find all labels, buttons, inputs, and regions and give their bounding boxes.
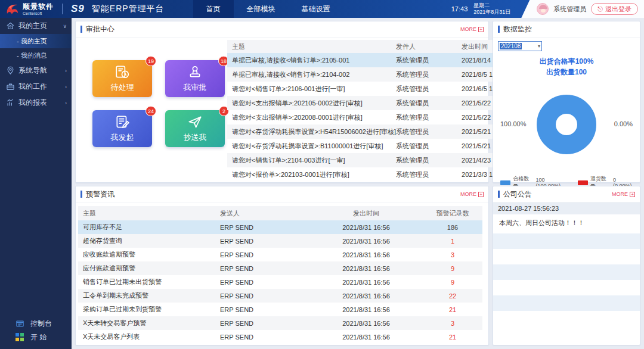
approval-row[interactable]: 单据已审核,请接收<销售订单>:2104-002 系统管理员 2021/8/5 … <box>227 67 526 82</box>
sidebar-item-label: 系统导航 <box>18 66 47 76</box>
alert-row[interactable]: X天未交易客户列表 ERP SEND 2021/8/31 16:56 21 <box>78 330 482 344</box>
alert-row[interactable]: 超储存货查询 ERP SEND 2021/8/31 16:56 1 <box>78 234 482 248</box>
row-count: 9 <box>423 265 482 272</box>
pending-badge: 19 <box>145 56 156 66</box>
approval-row[interactable]: 请您对<销售订单>:2104-003进行[一审] 系统管理员 2021/4/23… <box>227 153 526 167</box>
empty-stripe <box>493 280 640 295</box>
row-sender: 系统管理员 <box>396 56 462 65</box>
row-sender: ERP SEND <box>220 292 309 300</box>
start-label: 开 始 <box>30 332 47 342</box>
empty-stripe <box>493 249 640 264</box>
brand-name: 顺景软件 <box>23 3 54 10</box>
legend-swatch <box>578 180 588 185</box>
logout-button[interactable]: ⎋ 退出登录 <box>591 3 638 15</box>
console-button[interactable]: 控制台 <box>0 317 72 331</box>
sidebar-item-system-nav[interactable]: 系统导航 › <box>0 63 72 79</box>
row-sender: 系统管理员 <box>396 70 462 79</box>
sidebar-subitem-my-messages[interactable]: - 我的消息 <box>0 48 72 63</box>
product-name: 智能ERP管理平台 <box>92 4 165 14</box>
approval-row[interactable]: 单据已审核,请接收<销售订单>:2105-001 系统管理员 2021/8/14… <box>227 53 526 67</box>
empty-stripe <box>493 295 640 311</box>
top-nav: 首页全部模块基础设置 <box>193 0 343 18</box>
tile-label: 我发起 <box>111 132 134 143</box>
title-accent <box>498 191 500 198</box>
row-subject: 工令单到期未完成预警 <box>78 291 220 300</box>
row-subject: X天未交易客户列表 <box>78 332 220 341</box>
tile-cc-to-me[interactable]: 2 抄送我 <box>165 110 225 147</box>
alert-row[interactable]: 应付账款逾期预警 ERP SEND 2021/8/31 16:56 9 <box>78 261 482 275</box>
s9-logo: S9 <box>71 3 85 15</box>
document-clock-icon <box>114 64 130 80</box>
alert-row[interactable]: 工令单到期未完成预警 ERP SEND 2021/8/31 16:56 22 <box>78 289 482 303</box>
date-box: 星期二 2021年8月31日 <box>473 2 510 16</box>
home-icon <box>6 21 15 30</box>
col-time: 发出时间 <box>309 209 423 218</box>
alert-row[interactable]: 采购订单已过期未到货预警 ERP SEND 2021/8/31 16:56 21 <box>78 303 482 316</box>
briefcase-icon <box>6 82 15 91</box>
row-subject: 请您对<支出报销单>:202105-0002进行[审核] <box>227 99 396 108</box>
start-button[interactable]: 开 始 <box>0 331 72 344</box>
row-count: 22 <box>423 292 482 300</box>
more-plus-icon: + <box>478 27 484 32</box>
announcement-item[interactable]: 2021-08-27 15:56:23 本周六、周日公司活动！！！ <box>493 202 640 233</box>
user-avatar <box>537 3 549 15</box>
approval-row[interactable]: 请您对<报价单>:202103-0001进行[审核] 系统管理员 2021/3/… <box>227 167 526 182</box>
row-sender: ERP SEND <box>220 334 309 341</box>
announcements-panel-title: 公司公告 <box>503 189 532 200</box>
alert-row[interactable]: X天未转交易客户预警 ERP SEND 2021/8/31 16:56 3 <box>78 316 482 330</box>
sidebar-subitem-my-home[interactable]: - 我的主页 <box>0 34 72 48</box>
approval-row[interactable]: 请您对<存货浮动耗损率设置>:H54R15006002进行[审核] 系统管理员 … <box>227 124 526 139</box>
row-sender: 系统管理员 <box>396 156 462 165</box>
donut-ring <box>535 94 597 155</box>
row-count: 9 <box>423 279 482 286</box>
row-sender: 系统管理员 <box>396 127 462 136</box>
row-sender: ERP SEND <box>220 306 309 313</box>
tile-initiated-by-me[interactable]: 24 我发起 <box>92 110 152 147</box>
alert-row[interactable]: 销售订单已过期未出货预警 ERP SEND 2021/8/31 16:56 9 <box>78 275 482 289</box>
approval-more-link[interactable]: MORE + <box>460 26 484 32</box>
period-select[interactable]: 202108 ▾ <box>498 41 542 51</box>
document-edit-icon <box>114 114 130 130</box>
alerts-rows: 可用库存不足 ERP SEND 2021/8/31 16:56 186 超储存货… <box>78 220 482 344</box>
tile-label: 待处理 <box>111 82 134 93</box>
approval-row[interactable]: 请您对<存货浮动耗损率设置>:B11000001进行[审核] 系统管理员 202… <box>227 139 526 153</box>
sidebar-item-my-work[interactable]: 我的工作 › <box>0 79 72 95</box>
tile-pending[interactable]: 19 待处理 <box>92 60 152 97</box>
chart-icon <box>6 98 15 107</box>
sidebar-item-home[interactable]: 我的主页 ∨ <box>0 18 72 34</box>
map-pin-icon <box>6 66 15 75</box>
alert-row[interactable]: 应收账款逾期预警 ERP SEND 2021/8/31 16:56 3 <box>78 248 482 261</box>
empty-stripe <box>493 264 640 280</box>
more-plus-icon: + <box>630 192 635 197</box>
tile-my-approvals[interactable]: 18 我审批 <box>165 60 225 97</box>
col-subject: 主题 <box>78 209 220 218</box>
sidebar-item-label: 我的主页 <box>18 21 47 31</box>
row-subject: 单据已审核,请接收<销售订单>:2105-001 <box>227 56 396 65</box>
approval-row[interactable]: 请您对<支出报销单>:202008-0001进行[审核] 系统管理员 2021/… <box>227 110 526 124</box>
announcements-more-link[interactable]: MORE + <box>612 191 635 197</box>
chart-headline: 出货合格率100% 出货数量100 <box>498 56 635 77</box>
row-sender: ERP SEND <box>220 224 309 231</box>
alerts-more-link[interactable]: MORE + <box>460 191 484 197</box>
top-bar: 顺景软件 Centersoft S9 智能ERP管理平台 首页全部模块基础设置 … <box>0 0 644 18</box>
logout-label: 退出登录 <box>605 5 631 14</box>
console-label: 控制台 <box>30 319 52 329</box>
alert-row[interactable]: 可用库存不足 ERP SEND 2021/8/31 16:56 186 <box>78 220 482 234</box>
brand-subname: Centersoft <box>23 11 54 15</box>
row-sender: 系统管理员 <box>396 142 462 151</box>
row-count: 21 <box>423 334 482 341</box>
stamp-icon <box>187 64 203 80</box>
alerts-table-header: 主题 发送人 发出时间 预警记录数 <box>78 206 482 220</box>
sidebar-item-my-reports[interactable]: 我的报表 › <box>0 95 72 111</box>
approval-row[interactable]: 请您对<销售订单>:2106-001进行[一审] 系统管理员 2021/6/5 … <box>227 82 526 96</box>
top-nav-item[interactable]: 首页 <box>193 0 234 18</box>
top-nav-item[interactable]: 全部模块 <box>234 0 289 18</box>
top-nav-item[interactable]: 基础设置 <box>289 0 343 18</box>
approval-row[interactable]: 请您对<支出报销单>:202105-0002进行[审核] 系统管理员 2021/… <box>227 96 526 110</box>
donut-left-label: 100.00% <box>500 120 526 127</box>
chevron-down-icon: ▾ <box>538 43 540 49</box>
row-subject: 请您对<存货浮动耗损率设置>:B11000001进行[审核] <box>227 142 396 151</box>
chevron-right-icon: › <box>65 100 67 106</box>
brand-logo: 顺景软件 Centersoft S9 智能ERP管理平台 <box>0 2 165 16</box>
paper-plane-icon <box>187 114 203 130</box>
